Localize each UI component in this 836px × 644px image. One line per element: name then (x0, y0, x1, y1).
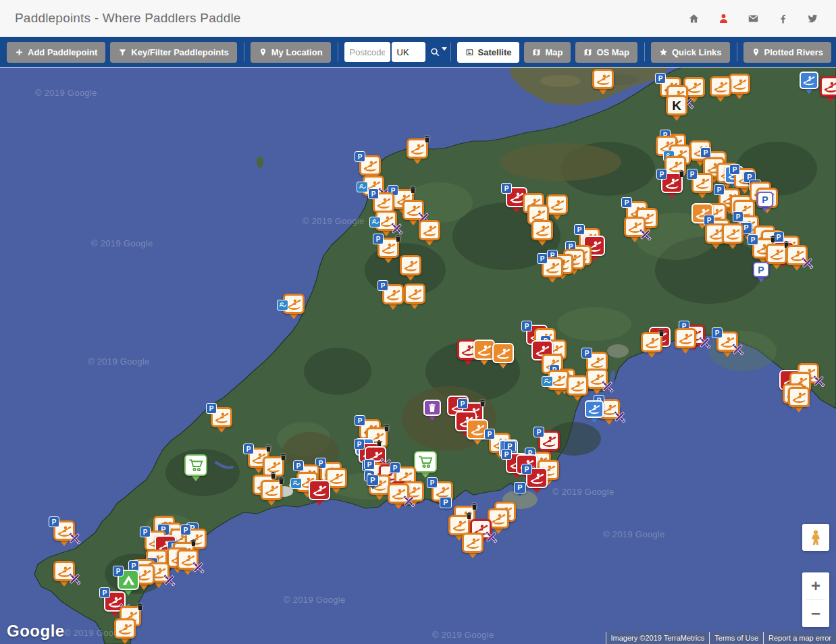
parking-badge: P (712, 327, 723, 338)
map-marker-paddlepoint-orange[interactable]: P (691, 173, 713, 198)
map-marker-canoe-club[interactable] (585, 400, 604, 423)
parking-badge: P (364, 459, 375, 470)
map-attribution: Imagery ©2019 TerraMetrics Terms of Use … (606, 632, 836, 644)
marker-pointer (409, 219, 418, 225)
map-marker-paddlepoint-orange[interactable]: P (53, 520, 75, 546)
os-map-view-button[interactable]: OS Map (575, 42, 637, 63)
map-marker-paddlepoint-red[interactable]: P (661, 173, 683, 198)
parking-badge: P (355, 415, 365, 426)
key-filter-button[interactable]: Key/Filter Paddlepoints (110, 42, 236, 63)
marker-pointer (548, 277, 557, 283)
map-marker-parking[interactable]: P (514, 482, 526, 497)
marker-pointer (289, 313, 298, 319)
map-marker-paddlepoint-orange[interactable] (592, 69, 614, 95)
map-marker-paddlepoint-orange[interactable] (567, 375, 588, 401)
map-marker-paddlepoint-orange[interactable] (407, 138, 428, 164)
map-marker-paddlepoint-orange[interactable] (586, 369, 608, 394)
map-marker-litter-bin[interactable] (423, 400, 441, 421)
marker-glyph: K (666, 95, 687, 115)
map-marker-paddlepoint-orange[interactable] (710, 76, 731, 102)
map-marker-paddlepoint-orange[interactable] (375, 211, 397, 236)
map-view-button[interactable]: Map (524, 42, 571, 63)
no-paddling-badge (812, 375, 825, 387)
home-icon[interactable] (688, 13, 700, 24)
map-marker-paddlepoint-orange[interactable] (404, 284, 425, 309)
twitter-icon[interactable] (807, 13, 818, 24)
map-marker-parking-purple[interactable]: P (753, 262, 769, 282)
user-icon[interactable] (718, 13, 729, 24)
terms-of-use-link[interactable]: Terms of Use (709, 632, 763, 644)
map-marker-parking[interactable]: P (440, 497, 452, 512)
marker-glyph (309, 480, 330, 500)
country-input[interactable] (392, 42, 425, 62)
map-marker-canoe-club[interactable] (800, 72, 818, 94)
map-marker-parking-purple[interactable]: P (757, 192, 773, 212)
map-marker-paddlepoint-orange[interactable] (531, 220, 553, 246)
map-marker-paddlepoint-orange[interactable]: P (382, 284, 404, 310)
map-marker-paddlepoint-orange[interactable] (462, 533, 484, 558)
street-view-pegman-button[interactable] (802, 524, 829, 551)
map-marker-shop[interactable] (414, 451, 437, 478)
marker-glyph (419, 220, 440, 240)
map-marker-paddlepoint-orange[interactable] (729, 74, 750, 99)
parking-badge: P (113, 566, 124, 576)
marker-pointer (735, 93, 744, 99)
map-marker-paddlepoint-orange[interactable] (624, 217, 646, 242)
map-marker-letter-k[interactable]: K (666, 95, 687, 121)
map-marker-paddlepoint-red[interactable]: P (526, 468, 548, 493)
map-marker-paddlepoint-orange[interactable]: P (377, 238, 399, 263)
zoom-out-button[interactable]: − (802, 600, 829, 627)
parking-badge: P (521, 321, 532, 331)
map-marker-paddlepoint-orange[interactable] (675, 328, 696, 354)
map-marker-paddlepoint-orange[interactable] (641, 332, 662, 358)
map-canvas[interactable]: © 2019 Google© 2019 Google© 2019 Google©… (0, 68, 836, 644)
parking-badge: P (501, 449, 512, 460)
parking-badge: P (501, 183, 512, 194)
map-marker-shop[interactable] (184, 454, 207, 481)
zoom-in-button[interactable]: + (802, 572, 829, 599)
map-marker-paddlepoint-orange[interactable]: P (542, 257, 563, 283)
marker-pointer (698, 192, 707, 198)
map-marker-paddlepoint-orange[interactable] (114, 618, 136, 644)
no-paddling-badge (68, 572, 81, 585)
map-marker-paddlepoint-orange-solid[interactable] (492, 343, 514, 369)
parking-badge: P (748, 234, 758, 245)
map-marker-paddlepoint-orange[interactable] (546, 194, 568, 220)
parking-badge: P (377, 280, 388, 291)
map-marker-paddlepoint-orange[interactable]: P (716, 331, 738, 357)
map-marker-paddlepoint-orange[interactable] (261, 480, 282, 506)
map-marker-paddlepoint-orange[interactable] (722, 223, 743, 249)
add-paddlepoint-button[interactable]: Add Paddlepoint (7, 42, 105, 63)
marker-pointer (473, 439, 482, 445)
satellite-view-button[interactable]: Satellite (457, 42, 520, 63)
map-markers-layer: PPPPPPPPPPPKPPPPPPPPPPPPPPPPPPPPPPPPPPPP… (0, 68, 836, 644)
marker-glyph (729, 74, 750, 94)
map-marker-paddlepoint-red-outline[interactable] (820, 76, 836, 102)
map-marker-paddlepoint-orange[interactable] (283, 294, 305, 319)
map-marker-paddlepoint-orange[interactable] (419, 220, 440, 246)
report-map-error-link[interactable]: Report a map error (763, 632, 836, 644)
map-marker-paddlepoint-red[interactable] (309, 480, 330, 506)
map-marker-paddlepoint-orange[interactable]: P (211, 407, 232, 433)
marker-pointer (498, 363, 508, 369)
wave-badge (277, 300, 288, 311)
my-location-button[interactable]: My Location (251, 42, 331, 63)
parking-badge: P (656, 169, 667, 180)
map-marker-paddlepoint-orange[interactable] (177, 549, 199, 575)
quick-links-button[interactable]: Quick Links (651, 42, 730, 63)
marker-pointer (667, 192, 677, 198)
facebook-icon[interactable] (777, 13, 789, 24)
map-marker-parking[interactable]: P (367, 475, 379, 489)
mail-icon[interactable] (748, 13, 759, 24)
marker-pointer (826, 96, 835, 102)
map-marker-paddlepoint-orange[interactable] (53, 561, 75, 587)
marker-pointer (590, 417, 598, 423)
map-marker-paddlepoint-orange[interactable] (400, 255, 421, 281)
map-marker-paddlepoint-orange[interactable] (788, 387, 810, 412)
plotted-rivers-button[interactable]: Plotted Rivers (743, 42, 831, 63)
postcode-input[interactable] (344, 42, 390, 62)
map-marker-paddlepoint-orange[interactable] (388, 483, 409, 509)
map-marker-paddlepoint-orange[interactable] (786, 245, 808, 271)
search-button[interactable] (429, 47, 447, 58)
no-paddling-badge (613, 410, 626, 423)
